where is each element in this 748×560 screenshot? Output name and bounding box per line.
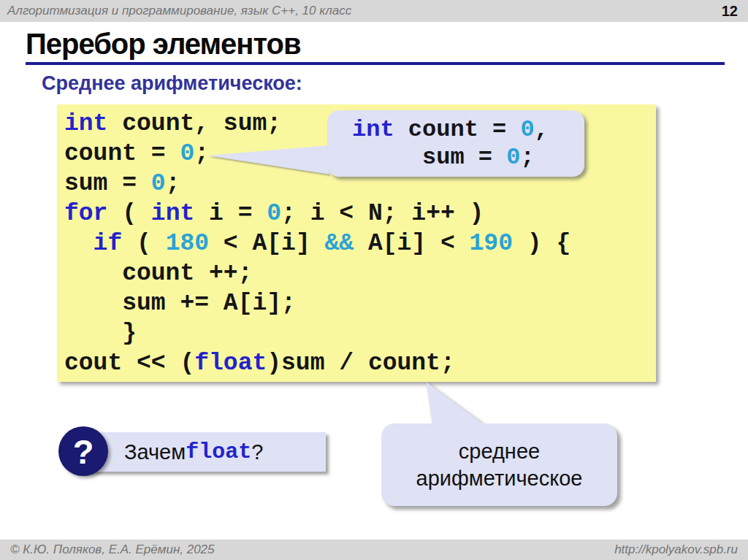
question-mark-icon: ?	[58, 426, 108, 476]
section-subtitle: Среднее арифметическое:	[42, 72, 302, 95]
init-callout-bubble: int count = 0, sum = 0;	[327, 110, 584, 177]
question-prefix: Зачем	[124, 440, 186, 464]
question-bar: Зачем float?	[82, 432, 326, 472]
header-bar: Алгоритмизация и программирование, язык …	[0, 0, 748, 22]
question-suffix: ?	[251, 440, 263, 464]
init-callout-tail	[206, 143, 330, 178]
slide-number: 12	[722, 3, 738, 20]
title-underline	[26, 62, 725, 65]
avg-callout-tail	[409, 380, 497, 426]
page-title: Перебор элементов	[26, 28, 301, 61]
slide: Алгоритмизация и программирование, язык …	[0, 0, 748, 560]
question-keyword: float	[186, 440, 251, 464]
header-course-title: Алгоритмизация и программирование, язык …	[7, 4, 351, 18]
footer-site-link[interactable]: http://kpolyakov.spb.ru	[614, 542, 738, 557]
footer-authors: © К.Ю. Поляков, Е.А. Ерёмин, 2025	[10, 542, 215, 557]
avg-callout-line1: среднее	[459, 438, 540, 465]
avg-callout-line2: арифметическое	[416, 465, 583, 492]
question-mark-glyph: ?	[73, 434, 94, 469]
avg-callout-bubble: среднее арифметическое	[381, 423, 617, 506]
footer-bar: © К.Ю. Поляков, Е.А. Ерёмин, 2025 http:/…	[0, 540, 748, 560]
